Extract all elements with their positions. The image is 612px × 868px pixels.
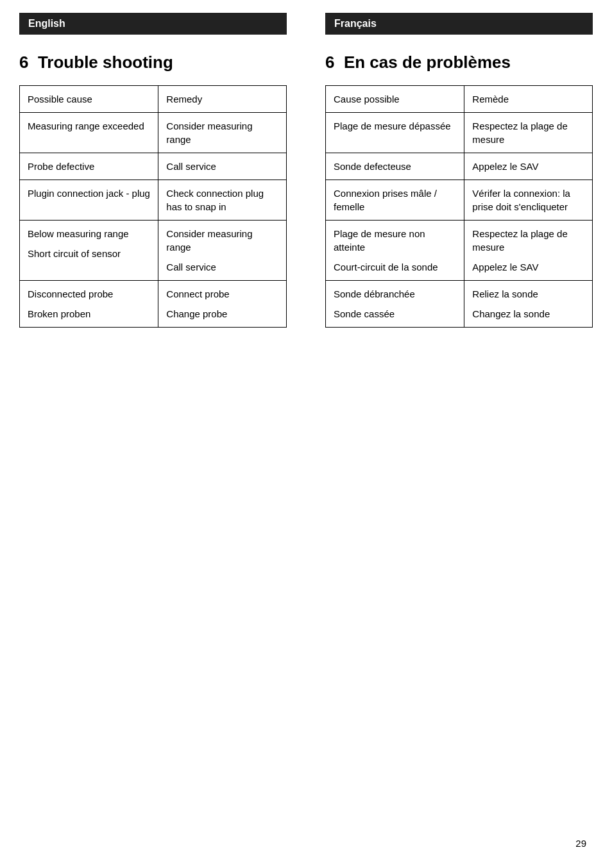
cause-cell: Sonde defecteuse [326, 153, 464, 180]
table-row: Measuring range exceeded Consider measur… [20, 113, 287, 153]
cause-cell: Sonde débranchée Sonde cassée [326, 281, 464, 328]
cause-cell: Connexion prises mâle / femelle [326, 180, 464, 221]
table-row: Plage de mesure non atteinte Court-circu… [326, 221, 593, 281]
english-section-title: 6 Trouble shooting [19, 53, 287, 72]
table-row: Below measuring range Short circuit of s… [20, 221, 287, 281]
table-row: Disconnected probe Broken proben Connect… [20, 281, 287, 328]
french-col1-header: Cause possible [326, 86, 464, 113]
remedy-cell: Call service [158, 153, 287, 180]
cause-cell: Disconnected probe Broken proben [20, 281, 158, 328]
english-lang-header: English [19, 13, 287, 35]
table-header-row: Cause possible Remède [326, 86, 593, 113]
cause-cell: Probe defective [20, 153, 158, 180]
french-column: Français 6 En cas de problèmes Cause pos… [306, 0, 612, 353]
remedy-cell: Check connection plug has to snap in [158, 180, 287, 221]
french-section-title: 6 En cas de problèmes [325, 53, 593, 72]
table-row: Plugin connection jack - plug Check conn… [20, 180, 287, 221]
remedy-cell: Consider measuring range [158, 113, 287, 153]
remedy-cell: Connect probe Change probe [158, 281, 287, 328]
english-trouble-table: Possible cause Remedy Measuring range ex… [19, 85, 287, 328]
table-row: Plage de mesure dépassée Respectez la pl… [326, 113, 593, 153]
remedy-cell: Consider measuring range Call service [158, 221, 287, 281]
cause-cell: Below measuring range Short circuit of s… [20, 221, 158, 281]
french-col2-header: Remède [464, 86, 593, 113]
table-header-row: Possible cause Remedy [20, 86, 287, 113]
french-lang-header: Français [325, 13, 593, 35]
cause-cell: Plugin connection jack - plug [20, 180, 158, 221]
remedy-cell: Appelez le SAV [464, 153, 593, 180]
cause-cell: Plage de mesure dépassée [326, 113, 464, 153]
remedy-cell: Respectez la plage de mesure [464, 113, 593, 153]
remedy-cell: Vérifer la connexion: la prise doit s'en… [464, 180, 593, 221]
english-col2-header: Remedy [158, 86, 287, 113]
table-row: Connexion prises mâle / femelle Vérifer … [326, 180, 593, 221]
english-column: English 6 Trouble shooting Possible caus… [0, 0, 306, 353]
remedy-cell: Respectez la plage de mesure Appelez le … [464, 221, 593, 281]
table-row: Sonde defecteuse Appelez le SAV [326, 153, 593, 180]
remedy-cell: Reliez la sonde Changez la sonde [464, 281, 593, 328]
table-row: Probe defective Call service [20, 153, 287, 180]
english-col1-header: Possible cause [20, 86, 158, 113]
table-row: Sonde débranchée Sonde cassée Reliez la … [326, 281, 593, 328]
page-number: 29 [575, 838, 586, 849]
french-trouble-table: Cause possible Remède Plage de mesure dé… [325, 85, 593, 328]
cause-cell: Measuring range exceeded [20, 113, 158, 153]
cause-cell: Plage de mesure non atteinte Court-circu… [326, 221, 464, 281]
